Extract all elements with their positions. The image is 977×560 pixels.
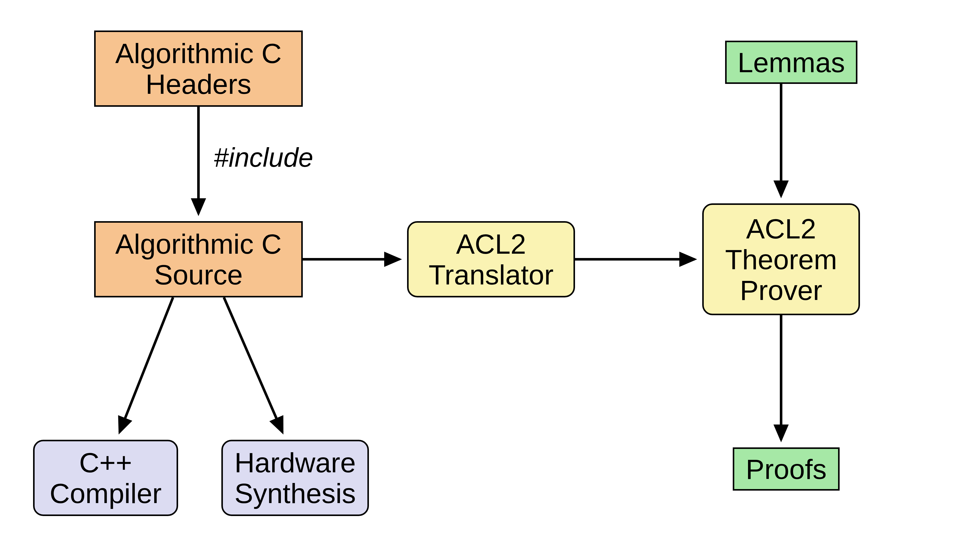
- edge-source-to-hw: [224, 297, 283, 432]
- flow-diagram: Algorithmic CHeaders Algorithmic CSource…: [0, 0, 977, 560]
- node-lemmas: Lemmas: [725, 41, 857, 84]
- node-label: ACL2TheoremProver: [725, 213, 837, 305]
- node-algc-headers: Algorithmic CHeaders: [94, 30, 303, 107]
- edge-label-include: #include: [214, 142, 313, 173]
- node-label: Algorithmic CSource: [115, 228, 282, 290]
- node-acl2-translator: ACL2Translator: [407, 221, 575, 297]
- edge-source-to-cpp: [120, 297, 173, 432]
- node-label: Algorithmic CHeaders: [115, 38, 282, 99]
- node-acl2-prover: ACL2TheoremProver: [702, 203, 860, 315]
- node-label: Lemmas: [738, 47, 845, 78]
- node-label: Proofs: [746, 454, 826, 485]
- node-hw-synthesis: HardwareSynthesis: [221, 440, 369, 516]
- node-label: HardwareSynthesis: [234, 447, 356, 508]
- node-cpp-compiler: C++Compiler: [33, 440, 178, 516]
- node-label: C++Compiler: [50, 447, 162, 508]
- node-proofs: Proofs: [733, 447, 840, 491]
- node-label: ACL2Translator: [428, 228, 554, 290]
- node-algc-source: Algorithmic CSource: [94, 221, 303, 297]
